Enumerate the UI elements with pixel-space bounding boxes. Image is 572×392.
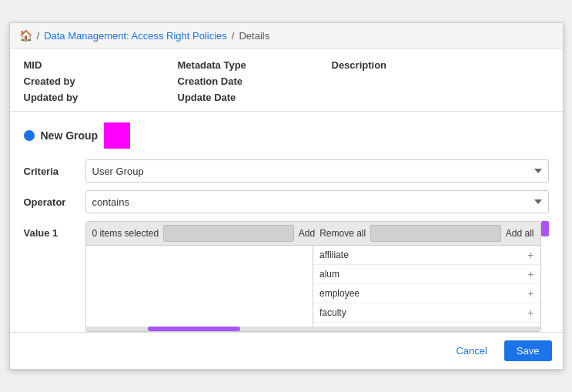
add-item-icon[interactable]: + — [527, 268, 534, 280]
mid-label: MID — [24, 59, 178, 71]
description-label: Description — [332, 59, 549, 71]
breadcrumb: 🏠 / Data Management: Access Right Polici… — [10, 23, 563, 49]
right-search-input[interactable] — [370, 225, 501, 242]
breadcrumb-separator: / — [37, 30, 40, 42]
metadata-type-label: Metadata Type — [178, 59, 332, 71]
creation-date-label: Creation Date — [178, 75, 332, 87]
list-item: employee + — [313, 284, 540, 303]
breadcrumb-current: Details — [239, 30, 269, 42]
list-item: alum + — [313, 265, 540, 284]
vertical-scroll-thumb[interactable] — [541, 221, 549, 236]
criteria-label: Criteria — [24, 166, 85, 177]
group-title: New Group — [41, 129, 99, 142]
dual-list: 0 items selected Add Remove all Add all … — [85, 221, 541, 332]
home-icon[interactable]: 🏠 — [19, 29, 32, 42]
dual-list-header: 0 items selected Add Remove all Add all — [86, 222, 540, 246]
item-name: faculty — [319, 307, 346, 318]
group-dot — [24, 130, 35, 141]
available-items-list: affiliate + alum + employee + faculty — [313, 246, 540, 327]
add-button[interactable]: Add — [299, 228, 315, 239]
list-item: affiliate + — [313, 246, 540, 265]
horizontal-scroll-thumb[interactable] — [148, 327, 240, 331]
add-item-icon[interactable]: + — [527, 287, 534, 300]
group-section: New Group Criteria User Group Operator c… — [10, 112, 563, 332]
created-by-label: Created by — [24, 75, 178, 87]
value1-section: Value 1 0 items selected Add Remove all … — [24, 221, 549, 332]
add-item-icon[interactable]: + — [527, 307, 534, 319]
dual-list-body: affiliate + alum + employee + faculty — [86, 246, 540, 327]
item-name: alum — [319, 269, 340, 280]
selected-items-list — [86, 246, 314, 327]
selected-count: 0 items selected — [92, 228, 159, 239]
add-item-icon[interactable]: + — [527, 249, 534, 261]
breadcrumb-link[interactable]: Data Management: Access Right Policies — [44, 30, 227, 42]
item-name: employee — [319, 288, 360, 299]
criteria-row: Criteria User Group — [24, 159, 549, 183]
magenta-color-block[interactable] — [104, 122, 130, 149]
group-header: New Group — [24, 122, 549, 149]
updated-by-label: Updated by — [24, 92, 178, 103]
left-search-input[interactable] — [163, 225, 294, 242]
cancel-button[interactable]: Cancel — [447, 340, 496, 361]
operator-label: Operator — [24, 196, 85, 208]
list-item: faculty + — [313, 303, 540, 323]
remove-all-button[interactable]: Remove all — [319, 228, 366, 239]
add-all-button[interactable]: Add all — [506, 228, 534, 239]
horizontal-scrollbar[interactable] — [86, 327, 540, 331]
operator-select[interactable]: contains — [85, 190, 549, 213]
operator-row: Operator contains — [24, 190, 549, 213]
save-button[interactable]: Save — [504, 340, 552, 361]
breadcrumb-separator2: / — [232, 30, 235, 42]
metadata-section: MID Metadata Type Description Created by… — [10, 49, 563, 112]
item-name: affiliate — [319, 250, 349, 260]
criteria-select[interactable]: User Group — [85, 159, 549, 183]
update-date-label: Update Date — [178, 92, 332, 103]
footer: Cancel Save — [10, 332, 563, 369]
value1-label: Value 1 — [24, 221, 85, 239]
